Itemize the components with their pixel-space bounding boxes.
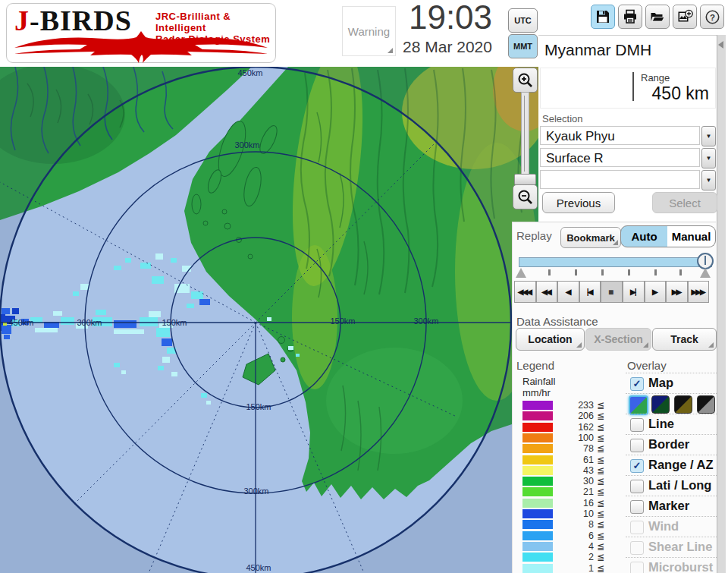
checkbox[interactable] — [630, 480, 644, 493]
radar-map[interactable]: 450km300km150km150km300km450km300km150km… — [0, 67, 538, 573]
help-button[interactable]: ? — [700, 5, 724, 29]
open-folder-button[interactable] — [645, 5, 670, 29]
location-button[interactable]: Location — [516, 328, 585, 351]
svg-text:?: ? — [709, 12, 714, 21]
bookmark-button[interactable]: Bookmark — [560, 227, 621, 248]
map-style-swatch[interactable] — [697, 395, 715, 414]
legend-comparator: ≦ — [597, 530, 604, 541]
legend-comparator: ≦ — [597, 433, 604, 443]
checkbox — [630, 562, 644, 573]
zoom-slider-handle[interactable] — [514, 174, 536, 185]
fast-forward-button[interactable]: ▶▶ — [666, 281, 688, 303]
overlay-item-label: Range / AZ — [648, 458, 714, 472]
legend-row: 30≦ — [522, 476, 613, 486]
legend-color-swatch — [522, 455, 553, 464]
timezone-mmt-button[interactable]: MMT — [508, 34, 538, 58]
zoom-out-button[interactable] — [513, 184, 538, 209]
legend-comparator: ≦ — [597, 508, 604, 519]
overlay-item-label: Line — [648, 417, 674, 431]
overlay-item-border: Border — [626, 434, 717, 455]
checkbox[interactable] — [630, 418, 644, 432]
fastest-rewind-button[interactable]: ◀◀◀ — [514, 281, 536, 303]
legend-comparator: ≦ — [597, 455, 604, 465]
legend-row: 233≦ — [522, 400, 613, 411]
legend-color-swatch — [522, 411, 553, 420]
range-label: Range — [641, 72, 670, 83]
slider-end-marker — [700, 268, 711, 278]
checkbox — [630, 541, 644, 555]
distance-label: 150km — [162, 318, 187, 327]
clock-time: 19:03 — [394, 0, 507, 36]
legend-comparator: ≦ — [597, 443, 604, 454]
legend-unit: Rainfall mm/hr — [522, 376, 555, 398]
distance-label: 300km — [243, 486, 268, 496]
legend-comparator: ≦ — [597, 563, 604, 573]
product-dropdown-value[interactable]: Surface R — [540, 148, 700, 167]
legend-color-swatch — [522, 499, 553, 508]
replay-slider-handle[interactable] — [697, 253, 714, 269]
jbirds-logo: J-BIRDS JRC-Brilliant & Intelligent Rada… — [6, 3, 276, 63]
extra-dropdown-button[interactable]: ▼ — [701, 170, 716, 190]
distance-label: 450km — [237, 68, 262, 77]
overlay-item-label: Microburst — [648, 560, 713, 573]
save-button[interactable] — [591, 5, 615, 29]
map-style-swatches — [626, 393, 717, 414]
legend-color-swatch — [522, 444, 553, 453]
previous-button[interactable]: Previous — [542, 192, 615, 213]
fast-rewind-button[interactable]: ◀◀ — [536, 281, 558, 303]
map-style-swatch[interactable] — [629, 395, 648, 415]
track-button[interactable]: Track — [652, 328, 717, 351]
range-value: 450 km — [652, 83, 709, 104]
map-style-swatch[interactable] — [651, 395, 670, 414]
checkbox[interactable] — [630, 439, 644, 452]
legend-comparator: ≦ — [597, 411, 604, 421]
selection-label: Selection — [542, 113, 582, 124]
timezone-utc-button[interactable]: UTC — [508, 8, 538, 33]
checkbox[interactable]: ✓ — [630, 377, 644, 391]
legend-value: 21 — [554, 486, 594, 497]
legend-comparator: ≦ — [597, 519, 604, 530]
zoom-slider-track[interactable] — [521, 92, 529, 177]
chevron-down-icon: ▼ — [706, 155, 712, 162]
legend-value: 16 — [554, 498, 594, 508]
overlay-item-wind: Wind — [626, 516, 717, 537]
x-section-button[interactable]: X-Section — [585, 328, 651, 351]
legend-row: 8≦ — [522, 519, 613, 530]
magnifier-minus-icon — [517, 189, 534, 206]
legend-value: 206 — [554, 411, 594, 421]
legend-color-swatch — [522, 401, 553, 410]
legend-row: 100≦ — [522, 433, 613, 443]
site-dropdown-button[interactable]: ▼ — [701, 126, 716, 146]
auto-mode-button[interactable]: Auto — [620, 225, 668, 247]
warning-label: Warning — [348, 25, 390, 38]
overlay-item-line: Line — [626, 414, 717, 435]
print-button[interactable] — [618, 5, 642, 29]
select-button[interactable]: Select — [652, 192, 717, 213]
manual-mode-button[interactable]: Manual — [667, 225, 716, 247]
distance-label: 150km — [330, 316, 355, 326]
play-button[interactable]: ▶ — [645, 281, 667, 303]
step-forward-button[interactable]: ▶| — [623, 281, 645, 303]
overlay-item-label: Wind — [648, 519, 679, 534]
step-back-button[interactable]: |◀ — [579, 281, 601, 303]
add-image-button[interactable] — [673, 5, 697, 29]
legend-color-swatch — [522, 423, 553, 432]
play-reverse-button[interactable]: ◀ — [557, 281, 579, 303]
replay-slider-track[interactable] — [519, 257, 712, 267]
site-dropdown-value[interactable]: Kyauk Phyu — [540, 126, 700, 145]
zoom-in-button[interactable] — [513, 68, 538, 93]
legend-label: Legend — [516, 359, 554, 372]
legend-color-swatch — [522, 520, 553, 529]
panel-splitter[interactable] — [717, 35, 726, 573]
legend-color-swatch — [522, 564, 553, 573]
product-dropdown-button[interactable]: ▼ — [701, 148, 716, 168]
checkbox[interactable] — [630, 500, 644, 514]
map-style-swatch[interactable] — [674, 395, 692, 414]
extra-dropdown-value[interactable] — [540, 170, 700, 189]
checkbox[interactable]: ✓ — [630, 459, 644, 473]
legend-value: 8 — [554, 519, 594, 530]
legend-comparator: ≦ — [597, 552, 604, 562]
legend-comparator: ≦ — [597, 541, 604, 552]
stop-button[interactable]: ■ — [601, 281, 623, 303]
fastest-forward-button[interactable]: ▶▶▶ — [688, 281, 710, 303]
